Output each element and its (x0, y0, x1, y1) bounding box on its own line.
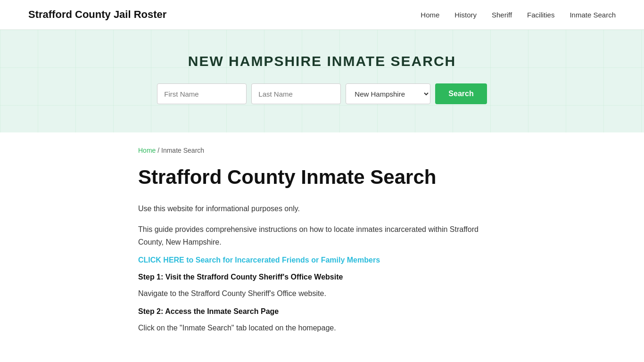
site-title: Strafford County Jail Roster (28, 8, 166, 21)
first-name-input[interactable] (157, 83, 247, 104)
step2-body: Click on the "Inmate Search" tab located… (138, 321, 506, 334)
step1-body: Navigate to the Strafford County Sheriff… (138, 287, 506, 300)
breadcrumb-separator: / (157, 147, 159, 154)
page-heading: Strafford County Inmate Search (138, 165, 506, 189)
nav-facilities[interactable]: Facilities (527, 11, 554, 19)
state-select[interactable]: New Hampshire Maine Vermont Massachusett… (346, 83, 430, 104)
intro-para-2: This guide provides comprehensive instru… (138, 223, 506, 248)
last-name-input[interactable] (251, 83, 341, 104)
search-inmates-link[interactable]: CLICK HERE to Search for Incarcerated Fr… (138, 256, 380, 264)
main-nav: Home History Sheriff Facilities Inmate S… (421, 11, 616, 19)
nav-home[interactable]: Home (421, 11, 439, 19)
hero-banner: NEW HAMPSHIRE INMATE SEARCH New Hampshir… (0, 30, 644, 132)
intro-para-1: Use this website for informational purpo… (138, 202, 506, 215)
breadcrumb-home[interactable]: Home (138, 147, 156, 154)
breadcrumb-current: Inmate Search (161, 147, 204, 154)
site-header: Strafford County Jail Roster Home Histor… (0, 0, 644, 30)
nav-history[interactable]: History (454, 11, 477, 19)
step2-heading: Step 2: Access the Inmate Search Page (138, 307, 506, 316)
breadcrumb: Home / Inmate Search (138, 147, 506, 154)
search-link-para: CLICK HERE to Search for Incarcerated Fr… (138, 256, 506, 264)
step1-heading: Step 1: Visit the Strafford County Sheri… (138, 273, 506, 281)
nav-inmate-search[interactable]: Inmate Search (570, 11, 616, 19)
hero-title: NEW HAMPSHIRE INMATE SEARCH (9, 53, 635, 69)
search-button[interactable]: Search (435, 83, 487, 104)
search-form: New Hampshire Maine Vermont Massachusett… (9, 83, 635, 104)
main-content: Home / Inmate Search Strafford County In… (110, 132, 534, 362)
nav-sheriff[interactable]: Sheriff (492, 11, 512, 19)
